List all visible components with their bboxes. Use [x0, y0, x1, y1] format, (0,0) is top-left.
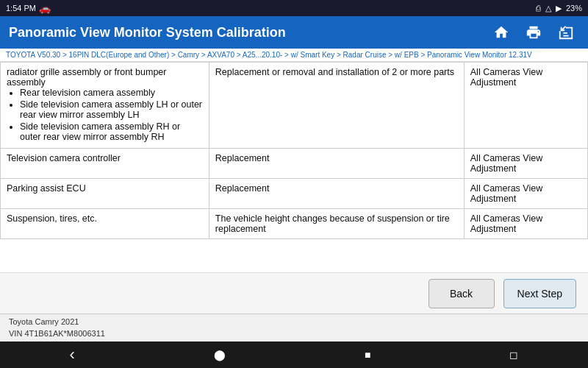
condition-cell: Replacement or removal and installation …	[209, 63, 464, 149]
data-table: radiator grille assembly or front bumper…	[0, 62, 588, 239]
calibration-table: radiator grille assembly or front bumper…	[0, 62, 588, 272]
breadcrumb: TOYOTA V50.30 > 16PIN DLC(Europe and Oth…	[0, 49, 588, 62]
table-row: Parking assist ECU Replacement All Camer…	[1, 179, 588, 209]
condition-text: Replacement	[215, 153, 270, 163]
nav-home-button[interactable]: ⬤	[202, 346, 237, 364]
title-bar: Panoramic View Monitor System Calibratio…	[0, 16, 588, 49]
component-text: Television camera controller	[7, 153, 121, 163]
action-text: All Cameras View Adjustment	[470, 153, 542, 174]
condition-cell: Replacement	[209, 179, 464, 209]
component-list: Rear television camera assembly Side tel…	[7, 88, 203, 142]
condition-text: Replacement	[215, 183, 270, 194]
action-bar: Back Next Step	[0, 272, 588, 314]
action-cell: All Cameras View Adjustment	[464, 179, 587, 209]
nav-fullscreen-button[interactable]: ◻	[498, 346, 530, 364]
condition-cell: Replacement	[209, 149, 464, 179]
condition-text: The vehicle height changes because of su…	[215, 213, 450, 234]
component-cell: Parking assist ECU	[1, 179, 209, 209]
main-content: radiator grille assembly or front bumper…	[0, 62, 588, 314]
component-cell: Suspension, tires, etc.	[1, 209, 209, 239]
status-icons: ⎙ △ ▶ 23%	[536, 4, 582, 13]
action-text: All Cameras View Adjustment	[470, 67, 542, 88]
car-model: Toyota Camry 2021	[9, 316, 105, 328]
battery-level: 23%	[566, 4, 582, 13]
status-time: 1:54 PM 🚗	[6, 3, 51, 14]
time-display: 1:54 PM	[6, 4, 36, 13]
export-icon	[558, 24, 574, 40]
nav-bar: ‹ ⬤ ■ ◻	[0, 342, 588, 368]
condition-cell: The vehicle height changes because of su…	[209, 209, 464, 239]
title-bar-actions	[488, 20, 579, 45]
action-cell: All Cameras View Adjustment	[464, 149, 587, 179]
print-button[interactable]	[520, 20, 547, 45]
component-text: Suspension, tires, etc.	[7, 213, 97, 224]
vehicle-info: Toyota Camry 2021 VIN 4T1B61AK*M8006311	[9, 316, 105, 339]
list-item: Side television camera assembly RH or ou…	[20, 121, 203, 142]
volume-icon: ▶	[556, 4, 562, 13]
list-item: Rear television camera assembly	[20, 88, 203, 98]
component-intro: radiator grille assembly or front bumper…	[7, 67, 166, 88]
back-button[interactable]: Back	[429, 279, 495, 308]
footer: Toyota Camry 2021 VIN 4T1B61AK*M8006311	[0, 314, 588, 342]
action-text: All Cameras View Adjustment	[470, 213, 542, 234]
wifi-icon: △	[545, 4, 551, 13]
next-step-button[interactable]: Next Step	[503, 279, 576, 308]
bluetooth-icon: ⎙	[536, 4, 541, 13]
action-cell: All Cameras View Adjustment	[464, 63, 587, 149]
print-icon	[526, 24, 542, 40]
status-bar: 1:54 PM 🚗 ⎙ △ ▶ 23%	[0, 0, 588, 16]
component-cell: Television camera controller	[1, 149, 209, 179]
home-button[interactable]	[488, 20, 514, 45]
component-cell: radiator grille assembly or front bumper…	[1, 63, 209, 149]
home-icon	[493, 24, 509, 40]
page-title: Panoramic View Monitor System Calibratio…	[9, 25, 286, 40]
table-row: Television camera controller Replacement…	[1, 149, 588, 179]
table-row: radiator grille assembly or front bumper…	[1, 63, 588, 149]
nav-recent-button[interactable]: ■	[353, 346, 382, 364]
action-cell: All Cameras View Adjustment	[464, 209, 587, 239]
nav-back-button[interactable]: ‹	[58, 342, 87, 367]
list-item: Side television camera assembly LH or ou…	[20, 99, 203, 120]
component-text: Parking assist ECU	[7, 183, 86, 194]
action-text: All Cameras View Adjustment	[470, 183, 542, 204]
condition-text: Replacement or removal and installation …	[215, 67, 454, 77]
export-button[interactable]	[553, 20, 579, 45]
table-row: Suspension, tires, etc. The vehicle heig…	[1, 209, 588, 239]
vin-number: VIN 4T1B61AK*M8006311	[9, 328, 105, 339]
car-icon: 🚗	[39, 3, 51, 14]
